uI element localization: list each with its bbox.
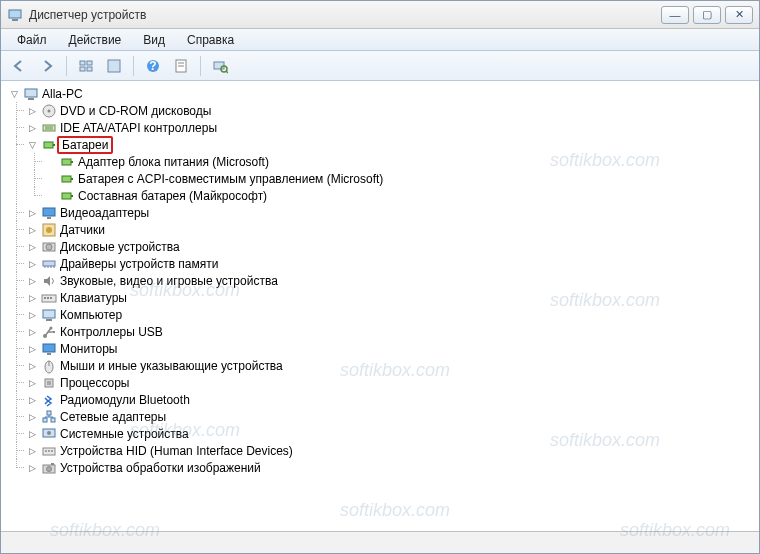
tree-item-label: Системные устройства: [60, 427, 189, 441]
svg-rect-59: [51, 418, 55, 422]
expand-icon[interactable]: ▷: [27, 105, 38, 116]
expand-icon[interactable]: ▷: [27, 275, 38, 286]
statusbar: [1, 531, 759, 553]
scan-button[interactable]: [208, 54, 232, 78]
menu-action[interactable]: Действие: [59, 31, 132, 49]
menu-view[interactable]: Вид: [133, 31, 175, 49]
svg-rect-31: [47, 217, 51, 219]
tree-item[interactable]: ▷DVD и CD-ROM дисководы: [25, 102, 757, 119]
minimize-button[interactable]: —: [661, 6, 689, 24]
view-small-button[interactable]: [74, 54, 98, 78]
tree-item[interactable]: ▷Устройства обработки изображений: [25, 459, 757, 476]
tree-item[interactable]: Адаптер блока питания (Microsoft): [43, 153, 757, 170]
tree-item[interactable]: ▷Компьютер: [25, 306, 757, 323]
expand-icon[interactable]: ▷: [27, 343, 38, 354]
titlebar[interactable]: Диспетчер устройств — ▢ ✕: [1, 1, 759, 29]
expand-icon[interactable]: ▷: [27, 241, 38, 252]
expand-icon[interactable]: ▷: [27, 462, 38, 473]
expand-icon[interactable]: ▷: [27, 445, 38, 456]
svg-rect-42: [44, 297, 46, 299]
collapse-icon[interactable]: ▽: [9, 88, 20, 99]
tree-item[interactable]: ▷Сетевые адаптеры: [25, 408, 757, 425]
hid-icon: [41, 443, 57, 459]
tree-item[interactable]: Составная батарея (Майкрософт): [43, 187, 757, 204]
tree-root-label: Alla-PC: [42, 87, 83, 101]
expand-icon[interactable]: ▷: [27, 428, 38, 439]
tree-item[interactable]: ▷Мыши и иные указывающие устройства: [25, 357, 757, 374]
tree-item[interactable]: ▽Батареи: [25, 136, 757, 153]
tree-item[interactable]: ▷Контроллеры USB: [25, 323, 757, 340]
svg-rect-51: [53, 331, 55, 333]
expand-icon[interactable]: ▷: [27, 326, 38, 337]
tree-item[interactable]: ▷Радиомодули Bluetooth: [25, 391, 757, 408]
svg-point-35: [46, 244, 52, 250]
tree-item[interactable]: ▷Звуковые, видео и игровые устройства: [25, 272, 757, 289]
tree-item[interactable]: Батарея с ACPI-совместимым управлением (…: [43, 170, 757, 187]
battery-icon: [59, 171, 75, 187]
tree-item[interactable]: ▷Системные устройства: [25, 425, 757, 442]
device-manager-window: Диспетчер устройств — ▢ ✕ Файл Действие …: [0, 0, 760, 554]
tree-item-label: Видеоадаптеры: [60, 206, 149, 220]
toolbar-separator: [66, 56, 67, 76]
svg-rect-12: [214, 62, 224, 69]
no-expand: [45, 156, 56, 167]
maximize-button[interactable]: ▢: [693, 6, 721, 24]
battery-icon: [41, 137, 57, 153]
forward-button[interactable]: [35, 54, 59, 78]
expand-icon[interactable]: ▷: [27, 411, 38, 422]
window-title: Диспетчер устройств: [29, 8, 661, 22]
monitor-icon: [41, 341, 57, 357]
expand-icon[interactable]: ▷: [27, 258, 38, 269]
back-button[interactable]: [7, 54, 31, 78]
expand-icon[interactable]: ▷: [27, 292, 38, 303]
svg-rect-29: [71, 195, 73, 197]
expand-icon[interactable]: ▷: [27, 360, 38, 371]
svg-point-68: [45, 450, 47, 452]
svg-rect-0: [9, 10, 21, 18]
tree-item-label: Мониторы: [60, 342, 117, 356]
computer-icon: [23, 86, 39, 102]
collapse-icon[interactable]: ▽: [27, 139, 38, 150]
display-icon: [41, 205, 57, 221]
tree-item[interactable]: ▷Дисковые устройства: [25, 238, 757, 255]
tree-item-label: Радиомодули Bluetooth: [60, 393, 190, 407]
tree-item[interactable]: ▷IDE ATA/ATAPI контроллеры: [25, 119, 757, 136]
expand-icon[interactable]: ▷: [27, 122, 38, 133]
expand-icon[interactable]: ▷: [27, 377, 38, 388]
device-tree[interactable]: ▽ Alla-PC ▷DVD и CD-ROM дисководы▷IDE AT…: [1, 81, 759, 531]
tree-item-label: Контроллеры USB: [60, 325, 163, 339]
svg-point-69: [48, 450, 50, 452]
tree-item-label: DVD и CD-ROM дисководы: [60, 104, 211, 118]
tree-item[interactable]: ▷Видеоадаптеры: [25, 204, 757, 221]
expand-icon[interactable]: ▷: [27, 394, 38, 405]
expand-icon[interactable]: ▷: [27, 207, 38, 218]
no-expand: [45, 173, 56, 184]
tree-root[interactable]: ▽ Alla-PC: [7, 85, 757, 102]
tree-item-label: Клавиатуры: [60, 291, 127, 305]
svg-rect-2: [80, 61, 85, 65]
svg-point-72: [47, 466, 52, 471]
close-button[interactable]: ✕: [725, 6, 753, 24]
expand-icon[interactable]: ▷: [27, 224, 38, 235]
menu-file[interactable]: Файл: [7, 31, 57, 49]
svg-rect-52: [43, 344, 55, 352]
svg-rect-30: [43, 208, 55, 216]
menu-help[interactable]: Справка: [177, 31, 244, 49]
tree-item[interactable]: ▷Устройства HID (Human Interface Devices…: [25, 442, 757, 459]
tree-item[interactable]: ▷Драйверы устройств памяти: [25, 255, 757, 272]
tree-item[interactable]: ▷Датчики: [25, 221, 757, 238]
expand-icon[interactable]: ▷: [27, 309, 38, 320]
tree-item[interactable]: ▷Мониторы: [25, 340, 757, 357]
help-button[interactable]: ?: [141, 54, 165, 78]
tree-item[interactable]: ▷Клавиатуры: [25, 289, 757, 306]
view-large-button[interactable]: [102, 54, 126, 78]
properties-button[interactable]: [169, 54, 193, 78]
tree-item[interactable]: ▷Процессоры: [25, 374, 757, 391]
svg-rect-16: [28, 98, 34, 100]
svg-rect-53: [47, 353, 51, 355]
toolbar: ?: [1, 51, 759, 81]
menubar: Файл Действие Вид Справка: [1, 29, 759, 51]
svg-rect-44: [50, 297, 52, 299]
network-icon: [41, 409, 57, 425]
computer-icon: [41, 307, 57, 323]
